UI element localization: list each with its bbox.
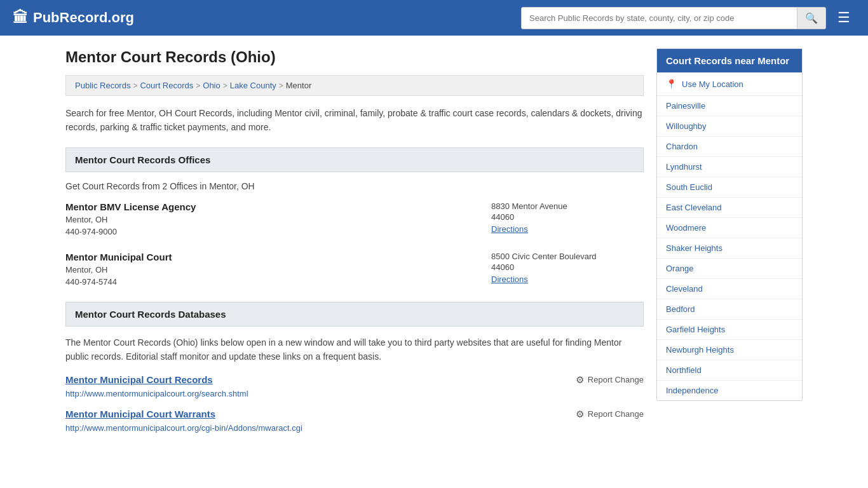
db-entry-header-1: Mentor Municipal Court Records ⚙ Report … — [65, 374, 644, 386]
main-container: Mentor Court Records (Ohio) Public Recor… — [53, 36, 815, 456]
list-item: Garfield Heights — [657, 320, 802, 340]
office-right-2: 8500 Civic Center Boulevard 44060 Direct… — [491, 252, 644, 284]
sidebar-link-willoughby[interactable]: Willoughby — [657, 116, 802, 136]
office-address-2: 8500 Civic Center Boulevard — [491, 252, 644, 261]
sidebar: Court Records near Mentor 📍 Use My Locat… — [656, 48, 803, 443]
logo-text: PubRecord.org — [33, 10, 134, 26]
sidebar-link-orange[interactable]: Orange — [657, 259, 802, 278]
office-name-2: Mentor Municipal Court — [65, 252, 491, 262]
sidebar-link-woodmere[interactable]: Woodmere — [657, 218, 802, 238]
report-change-label-2: Report Change — [588, 409, 644, 419]
office-phone-1: 440-974-9000 — [65, 227, 491, 236]
office-city-2: Mentor, OH — [65, 265, 491, 274]
office-entry-2: Mentor Municipal Court Mentor, OH 440-97… — [65, 252, 644, 287]
sidebar-box: Court Records near Mentor 📍 Use My Locat… — [656, 48, 803, 401]
list-item: Independence — [657, 381, 802, 400]
breadcrumb-sep-4: > — [279, 81, 283, 90]
breadcrumb-link-ohio[interactable]: Ohio — [203, 81, 220, 90]
report-change-1[interactable]: ⚙ Report Change — [576, 374, 644, 386]
office-zip-2: 44060 — [491, 262, 644, 272]
databases-description: The Mentor Court Records (Ohio) links be… — [65, 336, 644, 364]
search-input[interactable] — [522, 9, 797, 27]
directions-link-2[interactable]: Directions — [491, 274, 528, 284]
list-item: Shaker Heights — [657, 238, 802, 259]
site-header: 🏛 PubRecord.org 🔍 ☰ — [0, 0, 868, 36]
office-right-1: 8830 Mentor Avenue 44060 Directions — [491, 201, 644, 234]
list-item: Orange — [657, 259, 802, 279]
search-bar: 🔍 — [521, 7, 826, 29]
list-item: Willoughby — [657, 116, 802, 137]
db-entry-1: Mentor Municipal Court Records ⚙ Report … — [65, 374, 644, 398]
page-title: Mentor Court Records (Ohio) — [65, 48, 644, 66]
office-address-1: 8830 Mentor Avenue — [491, 201, 644, 211]
sidebar-link-bedford[interactable]: Bedford — [657, 299, 802, 319]
sidebar-link-cleveland[interactable]: Cleveland — [657, 279, 802, 299]
menu-button[interactable]: ☰ — [832, 7, 855, 29]
breadcrumb-link-lake-county[interactable]: Lake County — [230, 81, 276, 90]
list-item: Bedford — [657, 299, 802, 320]
breadcrumb-sep-1: > — [133, 81, 137, 90]
db-link-1[interactable]: Mentor Municipal Court Records — [65, 374, 213, 385]
list-item: Chardon — [657, 137, 802, 157]
db-link-2[interactable]: Mentor Municipal Court Warrants — [65, 409, 215, 419]
sidebar-link-northfield[interactable]: Northfield — [657, 360, 802, 380]
office-row-1: Mentor BMV License Agency Mentor, OH 440… — [65, 201, 644, 236]
office-row-2: Mentor Municipal Court Mentor, OH 440-97… — [65, 252, 644, 287]
office-city-1: Mentor, OH — [65, 215, 491, 224]
sidebar-links: Painesville Willoughby Chardon Lyndhurst… — [657, 96, 802, 400]
use-location-btn[interactable]: 📍 Use My Location — [657, 72, 802, 96]
office-left-2: Mentor Municipal Court Mentor, OH 440-97… — [65, 252, 491, 287]
breadcrumb-current: Mentor — [286, 81, 311, 90]
office-left-1: Mentor BMV License Agency Mentor, OH 440… — [65, 201, 491, 236]
sidebar-link-lyndhurst[interactable]: Lyndhurst — [657, 157, 802, 177]
breadcrumb-link-public-records[interactable]: Public Records — [75, 81, 130, 90]
office-entry-1: Mentor BMV License Agency Mentor, OH 440… — [65, 201, 644, 236]
databases-section-header: Mentor Court Records Databases — [65, 302, 644, 327]
office-name-1: Mentor BMV License Agency — [65, 201, 491, 212]
sidebar-link-east-cleveland[interactable]: East Cleveland — [657, 198, 802, 217]
breadcrumb-link-court-records[interactable]: Court Records — [140, 81, 193, 90]
breadcrumb-sep-2: > — [196, 81, 200, 90]
directions-link-1[interactable]: Directions — [491, 224, 528, 234]
pin-icon: 📍 — [666, 79, 677, 89]
main-content: Mentor Court Records (Ohio) Public Recor… — [65, 48, 644, 443]
list-item: Cleveland — [657, 279, 802, 299]
office-phone-2: 440-974-5744 — [65, 277, 491, 287]
office-zip-1: 44060 — [491, 212, 644, 222]
list-item: Newburgh Heights — [657, 340, 802, 360]
list-item: Northfield — [657, 360, 802, 381]
offices-section-header: Mentor Court Records Offices — [65, 147, 644, 172]
use-location-label: Use My Location — [682, 79, 743, 89]
report-icon-1: ⚙ — [576, 374, 584, 386]
list-item: Woodmere — [657, 218, 802, 238]
sidebar-link-garfield-heights[interactable]: Garfield Heights — [657, 320, 802, 339]
search-button[interactable]: 🔍 — [797, 8, 825, 29]
sidebar-link-shaker-heights[interactable]: Shaker Heights — [657, 238, 802, 258]
list-item: East Cleveland — [657, 198, 802, 218]
db-entry-2: Mentor Municipal Court Warrants ⚙ Report… — [65, 409, 644, 433]
list-item: Painesville — [657, 96, 802, 116]
sidebar-link-independence[interactable]: Independence — [657, 381, 802, 400]
sidebar-link-south-euclid[interactable]: South Euclid — [657, 177, 802, 197]
db-entry-header-2: Mentor Municipal Court Warrants ⚙ Report… — [65, 409, 644, 420]
site-logo[interactable]: 🏛 PubRecord.org — [13, 9, 134, 27]
breadcrumb: Public Records > Court Records > Ohio > … — [65, 75, 644, 96]
sidebar-link-painesville[interactable]: Painesville — [657, 96, 802, 116]
report-icon-2: ⚙ — [576, 409, 584, 420]
office-count: Get Court Records from 2 Offices in Ment… — [65, 181, 644, 191]
logo-icon: 🏛 — [13, 9, 28, 27]
header-right: 🔍 ☰ — [521, 7, 855, 29]
breadcrumb-sep-3: > — [223, 81, 227, 90]
db-url-2[interactable]: http://www.mentormunicipalcourt.org/cgi-… — [65, 423, 302, 433]
list-item: Lyndhurst — [657, 157, 802, 177]
sidebar-link-newburgh-heights[interactable]: Newburgh Heights — [657, 340, 802, 360]
sidebar-link-chardon[interactable]: Chardon — [657, 137, 802, 156]
report-change-label-1: Report Change — [588, 375, 644, 384]
page-description: Search for free Mentor, OH Court Records… — [65, 106, 644, 135]
list-item: South Euclid — [657, 177, 802, 198]
sidebar-title: Court Records near Mentor — [657, 49, 802, 72]
report-change-2[interactable]: ⚙ Report Change — [576, 409, 644, 420]
db-url-1[interactable]: http://www.mentormunicipalcourt.org/sear… — [65, 389, 248, 398]
